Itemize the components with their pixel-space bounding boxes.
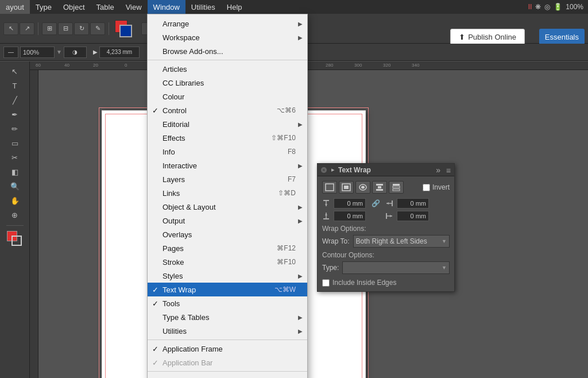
- menu-item-control-check: ✓: [152, 106, 158, 115]
- essentials-button[interactable]: Essentials: [539, 29, 585, 45]
- wrap-btn-object-shape[interactable]: [355, 181, 370, 194]
- type-select[interactable]: Bounding Box Detect Edges Alpha Channel: [342, 261, 450, 274]
- left-offset-input[interactable]: [397, 211, 429, 221]
- panel-menu-button[interactable]: ≡: [446, 166, 451, 175]
- menu-item-untitled[interactable]: ✓ Untitled-1 @ 55% [GPU Preview]: [148, 373, 307, 378]
- line-tool[interactable]: ╱: [7, 94, 22, 106]
- invert-checkbox-group: Invert: [423, 183, 450, 191]
- tools-stroke-swatch[interactable]: [11, 236, 22, 246]
- menu-item-cc-libraries[interactable]: CC Libraries: [148, 76, 307, 90]
- offset-row-bottom-left: [322, 211, 450, 221]
- menu-item-workspace[interactable]: Workspace: [148, 30, 307, 44]
- view-quality-btn[interactable]: ◑: [64, 47, 87, 58]
- svg-point-4: [361, 186, 365, 189]
- stroke-cap-btn[interactable]: —: [3, 47, 18, 58]
- eye-dropper-tool[interactable]: 🔍: [7, 180, 22, 192]
- wrap-btn-bounding-box[interactable]: [339, 181, 354, 194]
- direct-select-btn[interactable]: ↗: [20, 22, 34, 35]
- menu-item-text-wrap[interactable]: ✓ Text Wrap ⌥⌘W: [148, 283, 307, 296]
- align-btn[interactable]: ⊟: [58, 22, 73, 35]
- menu-item-styles[interactable]: Styles: [148, 269, 307, 283]
- menu-item-links[interactable]: Links ⇧⌘D: [148, 186, 307, 200]
- menu-item-layers[interactable]: Layers F7: [148, 172, 307, 186]
- upload-icon: ⬆: [459, 33, 465, 41]
- menu-help[interactable]: Help: [221, 0, 248, 14]
- menu-layout[interactable]: ayout: [0, 0, 30, 14]
- selection-tool-btn[interactable]: ↖: [3, 22, 18, 35]
- top-offset-input[interactable]: [334, 198, 366, 209]
- menu-item-overlays[interactable]: Overlays: [148, 227, 307, 241]
- menu-item-tools-label: Tools: [163, 299, 180, 308]
- svg-rect-6: [376, 189, 383, 191]
- menu-item-stroke[interactable]: Stroke ⌘F10: [148, 255, 307, 269]
- menu-item-object-layout[interactable]: Object & Layout: [148, 200, 307, 214]
- transform-btn[interactable]: ⊞: [42, 22, 57, 35]
- menu-table[interactable]: Table: [91, 0, 120, 14]
- width-field[interactable]: 4,233 mm: [99, 47, 140, 58]
- pen-tool[interactable]: ✒: [7, 108, 22, 121]
- essentials-label: Essentials: [545, 33, 579, 41]
- wrap-buttons-row: Invert: [322, 181, 450, 194]
- zoom-input[interactable]: [20, 47, 55, 58]
- panel-double-arrow[interactable]: »: [436, 165, 440, 175]
- ruler-mark-20: 20: [93, 63, 98, 68]
- type-tool[interactable]: T: [7, 79, 22, 92]
- invert-checkbox[interactable]: [423, 184, 430, 191]
- menu-item-type-tables[interactable]: Type & Tables: [148, 310, 307, 324]
- pen-btn[interactable]: ✎: [90, 22, 105, 35]
- menu-utilities[interactable]: Utilities: [185, 0, 221, 14]
- chain-link-icon[interactable]: 🔗: [372, 199, 380, 207]
- include-inside-edges-checkbox[interactable]: [322, 279, 330, 287]
- menu-item-arrange[interactable]: Arrange: [148, 17, 307, 30]
- text-wrap-panel: × ▸ Text Wrap » ≡: [317, 163, 455, 292]
- menu-item-editorial[interactable]: Editorial: [148, 117, 307, 131]
- shape-tool[interactable]: ▭: [7, 137, 22, 149]
- menu-item-text-wrap-label: Text Wrap: [163, 286, 196, 294]
- rotate-btn[interactable]: ↻: [74, 22, 89, 35]
- menu-item-output[interactable]: Output: [148, 214, 307, 227]
- left-tools-panel: ↖ T ╱ ✒ ✏ ▭ ✂ ◧ 🔍 ✋ ⊕: [0, 61, 30, 378]
- arrow-tool[interactable]: ↖: [7, 65, 22, 78]
- hand-tool[interactable]: ✋: [7, 194, 22, 207]
- wrap-to-select[interactable]: Both Right & Left Sides Right Side Left …: [353, 235, 450, 248]
- pencil-tool[interactable]: ✏: [7, 122, 22, 135]
- menu-window[interactable]: Window: [148, 0, 185, 14]
- menu-item-tools[interactable]: ✓ Tools: [148, 296, 307, 310]
- publish-online-button[interactable]: ⬆ Publish Online: [450, 29, 525, 45]
- menu-item-articles[interactable]: Articles: [148, 62, 307, 76]
- dropbox-icon: ❋: [535, 3, 541, 11]
- svg-rect-11: [323, 200, 329, 201]
- right-offset-input[interactable]: [397, 198, 429, 209]
- wrap-btn-no-wrap[interactable]: [322, 181, 337, 194]
- menu-item-app-bar[interactable]: ✓ Application Bar: [148, 356, 307, 369]
- menu-item-control[interactable]: ✓ Control ⌥⌘6: [148, 103, 307, 117]
- menu-item-info[interactable]: Info F8: [148, 145, 307, 159]
- menu-item-app-frame[interactable]: ✓ Application Frame: [148, 342, 307, 356]
- menu-type[interactable]: Type: [30, 0, 57, 14]
- wrap-btn-jump-object[interactable]: [372, 181, 387, 194]
- menu-item-colour[interactable]: Colour: [148, 90, 307, 103]
- zoom-dropdown[interactable]: ▼: [56, 49, 62, 55]
- menu-item-browse-addons[interactable]: Browse Add-ons...: [148, 44, 307, 58]
- menu-bar: ayout Type Object Table View Window Util…: [0, 0, 588, 14]
- stroke-swatch[interactable]: [119, 25, 132, 37]
- bottom-offset-icon: [322, 212, 330, 220]
- gradient-tool[interactable]: ◧: [7, 165, 22, 178]
- menu-object[interactable]: Object: [57, 0, 91, 14]
- include-inside-edges-label: Include Inside Edges: [332, 279, 396, 287]
- menu-item-stroke-shortcut: ⌘F10: [277, 258, 296, 266]
- panel-close-button[interactable]: ×: [321, 167, 327, 173]
- bottom-offset-input[interactable]: [334, 211, 366, 221]
- menu-item-effects[interactable]: Effects ⇧⌘F10: [148, 131, 307, 145]
- menu-item-layers-shortcut: F7: [288, 175, 296, 183]
- ruler-mark-320: 320: [383, 63, 390, 68]
- zoom-tool[interactable]: ⊕: [7, 209, 22, 221]
- menu-item-pages[interactable]: Pages ⌘F12: [148, 241, 307, 255]
- menu-view[interactable]: View: [120, 0, 148, 14]
- panel-titlebar: × ▸ Text Wrap » ≡: [318, 164, 454, 176]
- svg-marker-16: [386, 202, 389, 205]
- scissors-tool[interactable]: ✂: [7, 151, 22, 164]
- menu-item-interactive[interactable]: Interactive: [148, 159, 307, 172]
- wrap-btn-jump-next[interactable]: [389, 181, 404, 194]
- menu-item-utilities[interactable]: Utilities: [148, 324, 307, 338]
